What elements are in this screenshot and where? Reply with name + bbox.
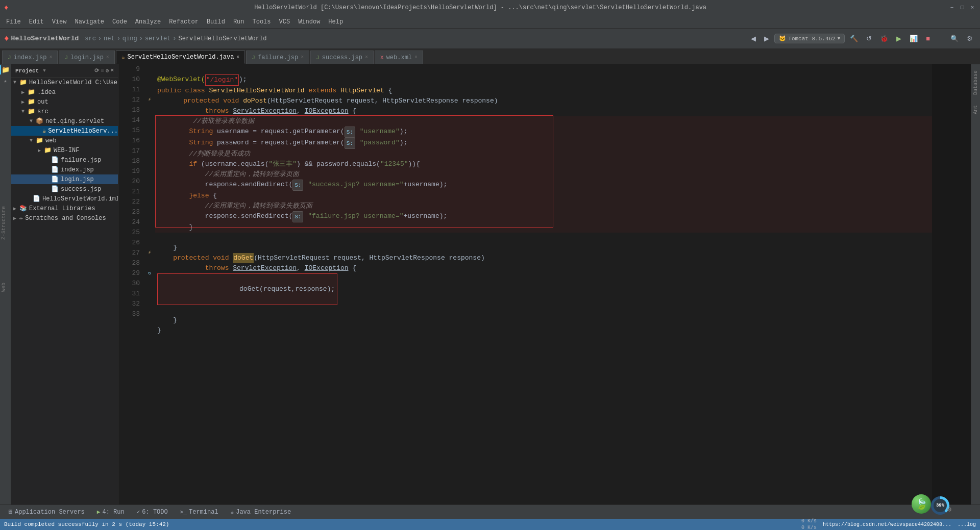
tree-item-scratches[interactable]: ▶ ✏️ Scratches and Consoles: [11, 213, 118, 223]
comment-17: //判断登录是否成功: [157, 149, 250, 159]
menu-vcs[interactable]: VCS: [275, 17, 295, 27]
menu-tools[interactable]: Tools: [249, 17, 275, 27]
menu-build[interactable]: Build: [203, 17, 229, 27]
tree-item-success[interactable]: ▶ 📄 success.jsp: [11, 184, 118, 194]
web-label[interactable]: Web: [0, 281, 8, 294]
tree-item-failure[interactable]: ▶ 📄 failure.jsp: [11, 155, 118, 165]
breadcrumb-src[interactable]: src: [85, 35, 96, 42]
back-button[interactable]: ◀: [748, 33, 759, 44]
breadcrumb-servlet[interactable]: servlet: [145, 35, 170, 42]
code-content[interactable]: @WebServlet("/login"); public class Serv…: [155, 64, 932, 504]
menu-analyze[interactable]: Analyze: [131, 17, 165, 27]
database-tab[interactable]: Database: [972, 64, 979, 101]
activity-project[interactable]: 📁: [0, 64, 11, 75]
search-everywhere-button[interactable]: 🔍: [947, 33, 962, 44]
code-line-28: throws ServletException, IOException {: [155, 263, 932, 273]
kw-if: if: [189, 159, 201, 169]
toolbar-app-name: HelloServletWorld: [11, 35, 79, 42]
tree-item-ext-libs[interactable]: ▶ 📚 External Libraries: [11, 204, 118, 213]
bottom-tab-app-servers[interactable]: 🖥 Application Servers: [4, 508, 88, 517]
ant-tab[interactable]: Ant: [972, 101, 979, 118]
kw-void: void: [223, 96, 243, 106]
bottom-tab-todo[interactable]: ✓ 6: TODO: [134, 508, 171, 517]
brace-close-32: }: [157, 325, 161, 336]
bottom-tab-java-enterprise[interactable]: ☕ Java Enterprise: [228, 508, 295, 517]
tab-success-jsp[interactable]: J success.jsp ×: [310, 51, 374, 64]
kw-class: class: [185, 86, 209, 96]
build-button[interactable]: 🔨: [847, 33, 861, 44]
tab-close-webxml[interactable]: ×: [414, 55, 418, 60]
menu-refactor[interactable]: Refactor: [165, 17, 203, 27]
tree-item-out[interactable]: ▶ 📁 out: [11, 97, 118, 107]
tree-item-web[interactable]: ▼ 📁 web: [11, 136, 118, 145]
status-url: https://blog.csdn.net/weivspace44202408.…: [823, 522, 951, 527]
folder-icon-idea: 📁: [28, 88, 35, 96]
tree-item-root[interactable]: ▼ 📁 HelloServletWorld C:\Use: [11, 78, 118, 87]
arrow-success: ▶: [45, 186, 51, 192]
menu-view[interactable]: View: [48, 17, 71, 27]
tab-servlet-java[interactable]: ☕ ServletHelloServletWorld.java ×: [116, 51, 245, 64]
code-line-12: protected void doPost(HttpServletRequest…: [155, 96, 932, 106]
minimize-button[interactable]: −: [948, 4, 955, 11]
exception-io: IOException: [305, 106, 349, 116]
activity-favorites[interactable]: ★: [0, 75, 11, 87]
bottom-tab-run[interactable]: ▶ 4: Run: [94, 508, 128, 517]
tab-close-index[interactable]: ×: [49, 55, 52, 60]
coverage-button[interactable]: 📊: [906, 33, 921, 44]
tab-close-failure[interactable]: ×: [301, 55, 304, 60]
menu-navigate[interactable]: Navigate: [70, 17, 108, 27]
tab-index-jsp[interactable]: J index.jsp ×: [2, 51, 58, 64]
sidebar-sync-icon[interactable]: ⟳: [94, 67, 99, 74]
refresh-button[interactable]: ↺: [863, 33, 875, 44]
breadcrumb-qing[interactable]: qing: [122, 35, 137, 42]
settings-button[interactable]: ⚙: [964, 33, 976, 44]
brace-open: {: [384, 86, 393, 96]
tab-close-success[interactable]: ×: [365, 55, 368, 60]
code-line-33: [155, 336, 932, 346]
menu-help[interactable]: Help: [324, 17, 347, 27]
menu-code[interactable]: Code: [108, 17, 131, 27]
breadcrumb-net[interactable]: net: [104, 35, 115, 42]
run-config[interactable]: 🐱 Tomcat 8.5.462 ▼: [774, 34, 845, 43]
var-password: password = request.getParameter(: [217, 138, 345, 148]
sidebar-collapse-icon[interactable]: ≡: [101, 67, 104, 74]
tree-item-login[interactable]: ▶ 📄 login.jsp: [11, 174, 118, 184]
tree-item-src[interactable]: ▼ 📁 src: [11, 107, 118, 116]
kw-else: }else: [189, 191, 213, 201]
settings-gear-decoration[interactable]: ⚙: [947, 505, 951, 514]
tree-item-servlet-class[interactable]: ▶ ☕ ServletHelloServ...: [11, 126, 118, 136]
stop-button[interactable]: ■: [923, 33, 933, 44]
tree-item-index[interactable]: ▶ 📄 index.jsp: [11, 165, 118, 174]
tree-item-webinf[interactable]: ▶ 📁 WEB-INF: [11, 145, 118, 155]
tree-item-iml[interactable]: ▶ 📄 HelloServletWorld.iml: [11, 194, 118, 204]
tab-label-servlet: ServletHelloServletWorld.java: [128, 54, 234, 61]
breadcrumb-file[interactable]: ServletHelloServletWorld: [179, 35, 267, 42]
sidebar-close-icon[interactable]: ×: [110, 67, 114, 74]
menu-window[interactable]: Window: [294, 17, 324, 27]
z-structure-label[interactable]: Z-Structure: [0, 204, 8, 242]
close-button[interactable]: ×: [969, 4, 976, 11]
sidebar-header: Project ▼ ⟳ ≡ ⚙ ×: [11, 64, 118, 78]
debug-button[interactable]: 🐞: [877, 33, 891, 44]
menu-run[interactable]: Run: [229, 17, 249, 27]
code-editor[interactable]: 9 10 11 12 13 14 15 16 17 18 19 20 21 22…: [118, 64, 980, 504]
tab-close-servlet[interactable]: ×: [236, 55, 239, 60]
kw-throws2: throws: [205, 263, 233, 273]
maximize-button[interactable]: □: [959, 4, 966, 11]
bottom-tab-terminal[interactable]: >_ Terminal: [177, 508, 222, 517]
menu-edit[interactable]: Edit: [25, 17, 48, 27]
menu-file[interactable]: File: [2, 17, 25, 27]
sidebar-settings-icon[interactable]: ⚙: [106, 67, 109, 74]
kw-string1: String: [189, 127, 217, 137]
network-speed: 0 K/s 0 K/s: [801, 518, 817, 530]
run-button[interactable]: ▶: [893, 33, 904, 44]
forward-button[interactable]: ▶: [761, 33, 772, 44]
tree-item-idea[interactable]: ▶ 📁 .idea: [11, 87, 118, 97]
tab-failure-jsp[interactable]: J failure.jsp ×: [246, 51, 309, 64]
tab-close-login[interactable]: ×: [106, 55, 109, 60]
code-line-22: //采用重定向，跳转到登录失败页面: [155, 201, 932, 211]
tab-web-xml[interactable]: X web.xml ×: [375, 51, 423, 64]
tab-login-jsp[interactable]: J login.jsp ×: [59, 51, 114, 64]
tree-item-package[interactable]: ▼ 📦 net.qing.servlet: [11, 116, 118, 126]
tab-label-failure: failure.jsp: [258, 54, 298, 61]
